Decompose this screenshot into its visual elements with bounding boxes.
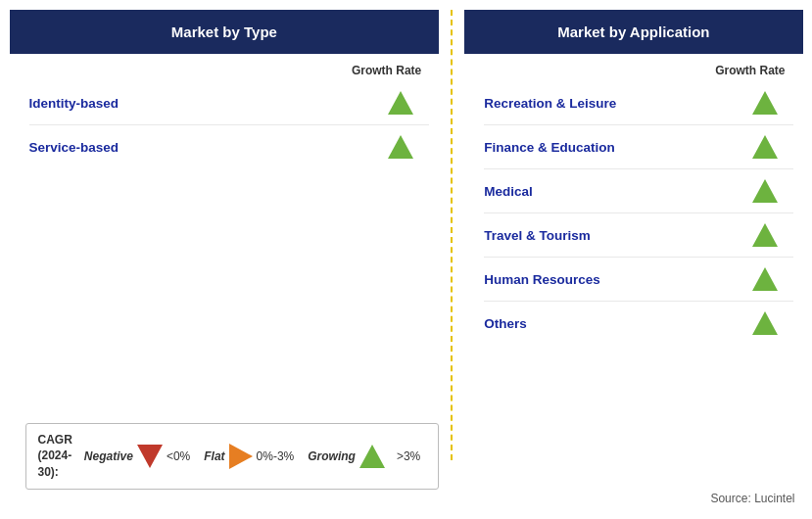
arrow-right-icon	[229, 444, 253, 469]
list-item: Service-based	[29, 125, 430, 168]
legend-flat-value: 0%-3%	[257, 449, 295, 463]
arrow-up-icon	[752, 179, 778, 203]
right-panel: Market by Application Growth Rate Recrea…	[464, 10, 802, 509]
arrow-up-icon	[388, 135, 413, 159]
item-others: Others	[484, 316, 527, 331]
main-container: Market by Type Growth Rate Identity-base…	[10, 10, 803, 509]
list-item: Travel & Tourism	[484, 213, 792, 258]
list-item: Human Resources	[484, 258, 792, 302]
legend-growing: Growing >3%	[308, 445, 420, 468]
legend-negative-value: <0%	[167, 449, 190, 463]
list-item: Recreation & Leisure	[484, 81, 792, 125]
panel-divider	[451, 10, 453, 460]
legend-growing-label: Growing	[308, 449, 356, 463]
arrow-up-icon	[752, 135, 778, 159]
arrow-up-icon	[752, 311, 778, 335]
arrow-up-icon-growing	[359, 445, 385, 468]
list-item: Finance & Education	[484, 125, 792, 169]
left-panel-title: Market by Type	[10, 10, 440, 54]
left-panel: Market by Type Growth Rate Identity-base…	[10, 10, 440, 509]
list-item: Medical	[484, 169, 792, 213]
arrow-up-icon	[752, 267, 778, 291]
legend-flat-label: Flat	[204, 449, 224, 463]
legend-negative: Negative <0%	[84, 445, 190, 468]
right-growth-rate-label: Growth Rate	[715, 64, 785, 77]
left-growth-rate-label: Growth Rate	[352, 64, 421, 77]
arrow-up-icon	[752, 223, 778, 247]
right-panel-title: Market by Application	[464, 10, 802, 54]
item-finance-education: Finance & Education	[484, 140, 615, 155]
item-identity-based: Identity-based	[29, 96, 119, 111]
source-text: Source: Lucintel	[710, 484, 802, 509]
legend-box: CAGR(2024-30): Negative <0% Flat 0%-3% G…	[25, 423, 440, 490]
left-items-list: Identity-based Service-based	[10, 81, 440, 243]
right-growth-rate-row: Growth Rate	[464, 64, 802, 77]
list-item: Others	[484, 302, 792, 345]
right-items-list: Recreation & Leisure Finance & Education…	[464, 81, 802, 484]
legend-growing-value: >3%	[397, 449, 420, 463]
list-item: Identity-based	[29, 81, 430, 125]
legend-cagr-label: CAGR(2024-30):	[38, 432, 72, 481]
item-medical: Medical	[484, 184, 533, 199]
item-travel-tourism: Travel & Tourism	[484, 228, 591, 243]
legend-flat: Flat 0%-3%	[204, 444, 294, 469]
item-service-based: Service-based	[29, 140, 119, 155]
item-human-resources: Human Resources	[484, 272, 600, 287]
item-recreation-leisure: Recreation & Leisure	[484, 96, 616, 111]
arrow-down-icon	[137, 445, 163, 468]
left-growth-rate-row: Growth Rate	[10, 64, 440, 77]
arrow-up-icon	[752, 91, 778, 115]
arrow-up-icon	[388, 91, 413, 115]
legend-negative-label: Negative	[84, 449, 133, 463]
